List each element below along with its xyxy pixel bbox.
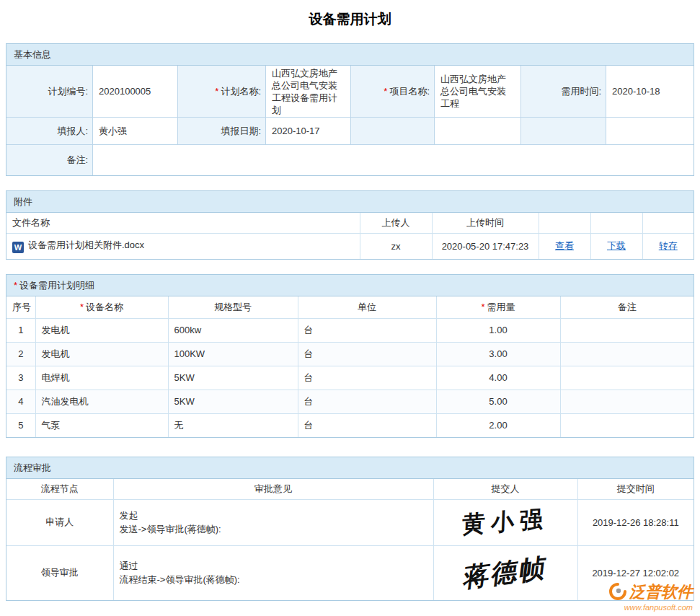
- column-file-name: 文件名称: [6, 213, 360, 233]
- detail-row: 3 电焊机 5KW 台 4.00: [6, 366, 694, 390]
- project-name-value: 山西弘文房地产总公司电气安装工程: [435, 66, 521, 118]
- detail-qty: 4.00: [436, 366, 560, 390]
- detail-seq: 1: [6, 318, 35, 342]
- column-upload-time: 上传时间: [432, 213, 539, 233]
- need-time-label: 需用时间:: [521, 66, 606, 118]
- project-name-label: *项目名称:: [351, 66, 435, 118]
- word-file-icon: [12, 242, 24, 253]
- detail-equipment-name: 电焊机: [35, 366, 168, 390]
- attachment-upload-time: 2020-05-20 17:47:23: [432, 233, 539, 259]
- approval-table: 流程节点 审批意见 提交人 提交时间 申请人 发起 发送->领导审批(蒋德帧):…: [6, 479, 694, 600]
- approval-section: 流程审批 流程节点 审批意见 提交人 提交时间 申请人 发起 发送->领导审批(…: [6, 457, 694, 601]
- page-title: 设备需用计划: [0, 10, 700, 29]
- approval-opinion: 发起 发送->领导审批(蒋德帧):: [113, 499, 433, 545]
- detail-remark: [560, 366, 694, 390]
- approval-section-header: 流程审批: [6, 457, 694, 479]
- required-asterisk: *: [384, 86, 387, 97]
- plan-no-value: 2020100005: [93, 66, 178, 118]
- equipment-requirement-plan-page: 设备需用计划 基本信息 计划编号: 2020100005 *计划名称: 山西弘文…: [0, 10, 700, 601]
- attachment-save-cell: 转存: [642, 233, 694, 259]
- column-unit: 单位: [298, 296, 436, 318]
- plan-no-label: 计划编号:: [6, 66, 93, 118]
- approval-opinion-line1: 发起: [120, 509, 427, 522]
- attachment-uploader: zx: [360, 233, 432, 259]
- attachment-file-cell: 设备需用计划相关附件.docx: [6, 233, 360, 259]
- attachment-view-cell: 查看: [539, 233, 590, 259]
- attachment-download-cell: 下载: [590, 233, 642, 259]
- required-asterisk: *: [215, 86, 218, 97]
- empty-label-cell: [351, 118, 435, 145]
- attachments-section-header: 附件: [6, 191, 694, 213]
- detail-remark: [560, 390, 694, 413]
- detail-unit: 台: [298, 390, 436, 413]
- attachment-row: 设备需用计划相关附件.docx zx 2020-05-20 17:47:23 查…: [6, 233, 694, 259]
- approval-node: 领导审批: [6, 545, 113, 600]
- column-spec-model: 规格型号: [168, 296, 298, 318]
- brand-url: www.fanpusoft.com: [609, 603, 693, 612]
- detail-equipment-name: 发电机: [35, 342, 168, 366]
- attachments-header-row: 文件名称 上传人 上传时间: [6, 213, 694, 233]
- detail-qty: 1.00: [436, 318, 560, 342]
- details-table: 序号 *设备名称 规格型号 单位 *需用量 备注 1 发电机 600kw 台 1…: [6, 296, 694, 437]
- column-empty: [642, 213, 694, 233]
- fill-date-value: 2020-10-17: [266, 118, 351, 145]
- approval-signature-cell: 蒋德帧: [433, 545, 577, 600]
- detail-remark: [560, 342, 694, 366]
- detail-row: 4 汽油发电机 5KW 台 5.00: [6, 390, 694, 413]
- detail-spec: 100KW: [168, 342, 298, 366]
- plan-name-value: 山西弘文房地产总公司电气安装工程设备需用计划: [266, 66, 351, 118]
- attachment-file-name: 设备需用计划相关附件.docx: [28, 239, 144, 250]
- detail-spec: 600kw: [168, 318, 298, 342]
- empty-value-cell: [435, 118, 521, 145]
- required-asterisk: *: [80, 302, 84, 312]
- column-seq: 序号: [6, 296, 35, 318]
- basic-info-section: 基本信息 计划编号: 2020100005 *计划名称: 山西弘文房地产总公司电…: [6, 43, 694, 176]
- fanpu-logo-icon: [609, 583, 626, 602]
- column-empty: [590, 213, 642, 233]
- approval-row: 申请人 发起 发送->领导审批(蒋德帧): 黄小强 2019-12-26 18:…: [6, 499, 694, 545]
- brand-line: 泛普软件: [609, 581, 693, 603]
- detail-remark: [560, 413, 694, 437]
- column-submitter: 提交人: [433, 479, 577, 499]
- detail-spec: 无: [168, 413, 298, 437]
- detail-unit: 台: [298, 366, 436, 390]
- detail-qty: 2.00: [436, 413, 560, 437]
- filler-value: 黄小强: [93, 118, 178, 145]
- save-as-link[interactable]: 转存: [659, 240, 678, 251]
- detail-equipment-name: 汽油发电机: [35, 390, 168, 413]
- signature-image: 蒋德帧: [461, 550, 549, 596]
- remark-value: [93, 145, 694, 175]
- column-submit-time: 提交时间: [577, 479, 694, 499]
- detail-unit: 台: [298, 413, 436, 437]
- required-asterisk: *: [14, 280, 17, 291]
- signature-image: 黄小强: [461, 503, 549, 542]
- details-section-header: *设备需用计划明细: [6, 275, 694, 296]
- download-link[interactable]: 下载: [607, 240, 626, 251]
- empty-label-cell: [521, 118, 606, 145]
- detail-spec: 5KW: [168, 390, 298, 413]
- details-section: *设备需用计划明细 序号 *设备名称 规格型号 单位 *需用量 备注 1 发电机…: [6, 274, 694, 438]
- empty-value-cell: [606, 118, 694, 145]
- column-uploader: 上传人: [360, 213, 432, 233]
- approval-signature-cell: 黄小强: [433, 499, 577, 545]
- approval-header-row: 流程节点 审批意见 提交人 提交时间: [6, 479, 694, 499]
- required-asterisk: *: [481, 302, 484, 312]
- column-flow-node: 流程节点: [6, 479, 113, 499]
- detail-seq: 3: [6, 366, 35, 390]
- detail-seq: 4: [6, 390, 35, 413]
- approval-opinion-line2: 发送->领导审批(蒋德帧):: [120, 522, 427, 536]
- detail-qty: 3.00: [436, 342, 560, 366]
- need-time-value: 2020-10-18: [606, 66, 694, 118]
- approval-submit-time: 2019-12-26 18:28:11: [577, 499, 694, 545]
- remark-label: 备注:: [6, 145, 93, 175]
- fill-date-label: 填报日期:: [178, 118, 266, 145]
- column-empty: [539, 213, 590, 233]
- plan-name-label: *计划名称:: [178, 66, 266, 118]
- detail-seq: 2: [6, 342, 35, 366]
- detail-row: 5 气泵 无 台 2.00: [6, 413, 694, 437]
- detail-unit: 台: [298, 342, 436, 366]
- column-equipment-name: *设备名称: [35, 296, 168, 318]
- detail-equipment-name: 气泵: [35, 413, 168, 437]
- brand-watermark: 泛普软件 www.fanpusoft.com: [609, 581, 693, 612]
- view-link[interactable]: 查看: [555, 240, 574, 251]
